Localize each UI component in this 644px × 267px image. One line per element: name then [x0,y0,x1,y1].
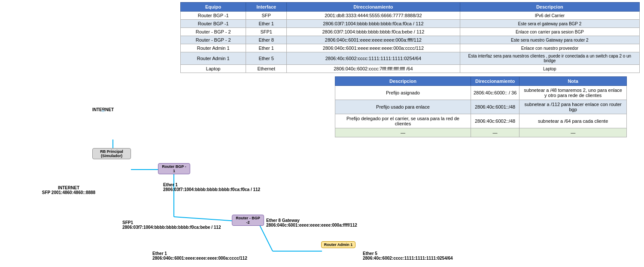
second-table-row: Prefijo asignado2806:40c:6000:: / 36subn… [335,86,627,100]
main-table-cell: IPv6 del Carrier [460,12,639,20]
col2-header-direccionamiento: Direccionamiento [471,77,519,86]
main-table-cell: Router BGP -1 [181,12,246,20]
col-header-interface: Interface [246,3,287,12]
sfp-addr-text: SFP 2001:4860:4860::8888 [42,190,95,195]
col-header-equipo: Equipo [181,3,246,12]
main-table-row: Router BGP -1SFP2001:db8:3333:4444:5555:… [181,12,640,20]
svg-line-4 [260,225,273,251]
main-table-cell: Laptop [460,65,639,73]
main-table-cell: 2806:040c:6001:eeee:eeee:eeee:000a:cccc/… [287,44,460,52]
ether8-text: Ether 8 Gateway [266,218,300,223]
ether1-bgp1-addr: 2806:03f7:1004:bbbb:bbbb:bbbb:f0ca:f0ca … [163,187,260,192]
sfp-internet-text: INTERNET [58,185,79,190]
rb-principal-box: RB Principal (Simulador) [92,148,131,159]
main-table-cell: Router Admin 1 [181,44,246,52]
main-table-row: Router - BGP - 2Ether 82806:040c:6001:ee… [181,36,640,44]
ether1-bgp1-label: Ether 1 2806:03f7:1004:bbbb:bbbb:bbbb:f0… [163,182,260,192]
router-admin-label: Router Admin 1 [324,243,353,247]
second-table-row: Prefijo usado para enlace2806:40c:6001::… [335,100,627,114]
router-bgp2-label: Router - BGP -2 [236,216,260,225]
second-table-cell: 2806:40c:6000:: / 36 [471,86,519,100]
router-bgp2-box: Router - BGP -2 [232,215,264,226]
internet-cloud: ↕ INTERNET [92,109,114,112]
main-table-cell: 2806:040c:6001:eeee:eeee:eeee:000a:ffff/… [287,36,460,44]
col2-header-descripcion: Descripcion [335,77,471,86]
main-table-cell: Router - BGP - 2 [181,28,246,36]
col-header-descripcion: Descripcion [460,3,639,12]
main-table-row: Router Admin 1Ether 12806:040c:6001:eeee… [181,44,640,52]
main-table-cell: Enlace con carrier para sesion BGP [460,28,639,36]
router-bgp1-box: Router BGP - 1 [158,163,190,174]
ether1-admin-addr: 2806:040c:6001:eeee:eeee:eeee:000a:cccc/… [152,256,247,261]
main-table-cell: Router BGP -1 [181,20,246,28]
internet-sfp-label: INTERNET SFP 2001:4860:4860::8888 [32,185,105,195]
main-table-row: Router - BGP - 2SFP12806:03f7:1004:bbbb:… [181,28,640,36]
cloud-svg: ↕ [92,109,114,112]
second-table-row: Prefijo delegado por el carrier, se usar… [335,114,627,128]
main-table-row: Router BGP -1Ether 12806:03f7:1004:bbbb:… [181,20,640,28]
main-table-cell: Esta interfaz sera para nuestros cliente… [460,52,639,65]
diagram-lines [0,56,322,266]
col2-header-nota: Nota [519,77,627,86]
main-table-cell: 2806:03f7:1004:bbbb:bbbb:bbbb:f0ca:f0ca … [287,20,460,28]
second-table-cell: subnetear a /64 para cada cliente [519,114,627,128]
ether8-addr: 2806:040c:6001:eeee:eeee:eeee:000a:ffff/… [266,223,357,228]
ether1-bgp1-text: Ether 1 [163,182,178,187]
second-table-row: ——— [335,128,627,137]
main-table-cell: Este sera nuestro Gateway para router 2 [460,36,639,44]
ether8-label: Ether 8 Gateway 2806:040c:6001:eeee:eeee… [266,218,357,228]
second-table-cell: 2806:40c:6002::/48 [471,114,519,128]
network-diagram: ↕ INTERNET RB Principal (Simulador) INTE… [0,56,322,266]
main-table-cell: 2806:03f7:1004:bbbb:bbbb:bbbb:f0ca:bebe … [287,28,460,36]
main-table-cell: Ether 1 [246,20,287,28]
main-table-cell: SFP1 [246,28,287,36]
main-table-cell: Ether 8 [246,36,287,44]
second-table-cell: Prefijo delegado por el carrier, se usar… [335,114,471,128]
ether1-admin-label: Ether 1 2806:040c:6001:eeee:eeee:eeee:00… [152,251,247,261]
sfp1-text: SFP1 [122,220,133,225]
main-table-cell: Ether 1 [246,44,287,52]
second-table-cell: 2806:40c:6001::/48 [471,100,519,114]
second-table-cell: — [335,128,471,137]
main-table-cell: SFP [246,12,287,20]
second-table: Descripcion Direccionamiento Nota Prefij… [335,76,627,137]
main-table-cell: 2001:db8:3333:4444:5555:6666:7777:8888/3… [287,12,460,20]
sfp1-label: SFP1 2806:03f7:1004:bbbb:bbbb:bbbb:f0ca:… [122,220,221,230]
ether1-admin-text: Ether 1 [152,251,167,256]
second-table-cell: subnetear a /48 tomaremos 2, uno para en… [519,86,627,100]
second-table-cell: subnetear a /112 para hacer enlace con r… [519,100,627,114]
ether5-text: Ether 5 [363,251,377,256]
second-table-cell: Prefijo asignado [335,86,471,100]
main-table-cell: Enlace con nuestro proveedor [460,44,639,52]
rb-label-1: RB Principal [100,149,123,154]
second-table-cell: — [471,128,519,137]
ether5-label: Ether 5 2806:40c:6002:cccc:1111:1111:111… [363,251,453,261]
main-table-cell: Router - BGP - 2 [181,36,246,44]
rb-label-2: (Simulador) [101,154,122,158]
main-table-cell: Este sera el gateway para BGP 2 [460,20,639,28]
router-admin-box: Router Admin 1 [321,241,355,248]
second-table-cell: — [519,128,627,137]
second-table-cell: Prefijo usado para enlace [335,100,471,114]
sfp1-addr: 2806:03f7:1004:bbbb:bbbb:bbbb:f0ca:bebe … [122,225,221,230]
col-header-direccionamiento: Direccionamiento [287,3,460,12]
router-bgp1-label1: Router BGP - [162,164,186,169]
router-bgp1-label2: 1 [173,169,175,173]
ether5-addr: 2806:40c:6002:cccc:1111:1111:1111:0254/6… [363,256,453,261]
